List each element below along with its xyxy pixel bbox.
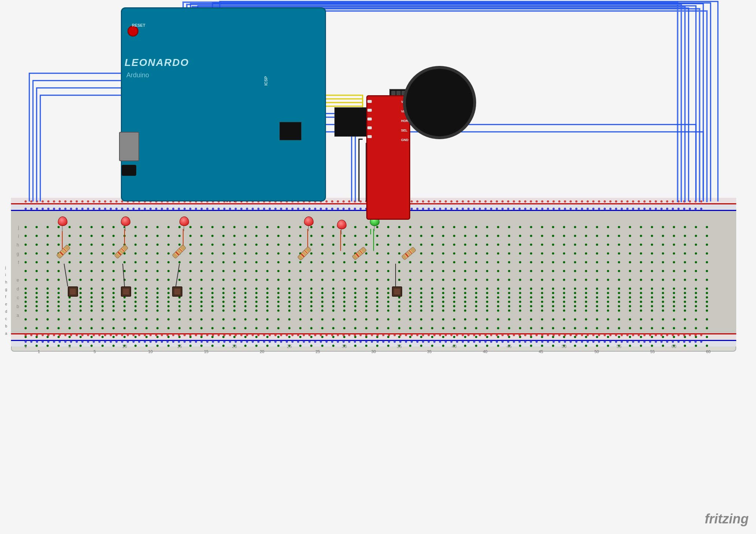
pushbutton-1[interactable]: [68, 286, 78, 297]
pushbutton-2[interactable]: [121, 286, 131, 297]
reset-text-label: RESET: [132, 23, 145, 27]
arduino-model-label: LEONARDO: [125, 57, 189, 68]
bb-letter-e: e: [5, 302, 7, 306]
bb-num-40: 40: [482, 349, 489, 354]
joystick-pin-vcc: [367, 100, 372, 103]
bb-num-60: 60: [705, 349, 712, 354]
joystick-pin-gnd: [367, 135, 372, 138]
bb-num-10: 10: [147, 349, 154, 354]
bb-num-15: 15: [203, 349, 210, 354]
bb-num-1: 1: [35, 349, 42, 354]
joystick-pcb: VCC VER HOR SEL GND: [366, 95, 410, 220]
bb-letter-c: c: [5, 317, 7, 321]
led-red-3: [179, 216, 188, 230]
joystick-pin-sel: [367, 126, 372, 129]
led-red-5: [337, 220, 346, 233]
pushbutton-3[interactable]: [172, 286, 182, 297]
joystick-pin-hor: [367, 118, 372, 120]
arduino-board: [121, 7, 326, 201]
joystick-body: [403, 66, 476, 139]
bb-letter-i: i: [5, 273, 7, 277]
arduino-power-jack: [122, 165, 136, 176]
bb-num-45: 45: [537, 349, 545, 354]
led-red-4: [304, 216, 313, 230]
led-red-2: [121, 216, 130, 230]
bb-num-5: 5: [91, 349, 98, 354]
joystick-pin-ver: [367, 109, 372, 112]
bb-num-35: 35: [426, 349, 433, 354]
arduino-brand-label: Arduino: [126, 71, 149, 79]
icsp-text-label: ICSP: [264, 76, 268, 86]
bb-num-55: 55: [649, 349, 656, 354]
bb-num-50: 50: [593, 349, 600, 354]
pushbutton-4[interactable]: [392, 286, 402, 297]
bb-letter-a: a: [5, 331, 7, 335]
main-canvas: j i h g f e d c b a 1 5 10 15 20 25 30 3…: [0, 0, 756, 534]
bb-letter-f: f: [5, 295, 7, 299]
arduino-small-chip: [279, 122, 301, 140]
joystick-gnd-label: GND: [401, 138, 408, 142]
breadboard-column-numbers: 1 5 10 15 20 25 30 35 40 45 50 55 60: [11, 348, 736, 355]
bb-letter-d: d: [5, 309, 7, 314]
breadboard-row-labels-left: j i h g f e d c b a: [5, 264, 7, 337]
bb-num-20: 20: [258, 349, 266, 354]
bb-num-30: 30: [370, 349, 377, 354]
fritzing-watermark: fritzing: [705, 511, 749, 527]
joystick-sel-label: SEL: [401, 129, 408, 132]
arduino-usb-connector: [119, 132, 139, 161]
bb-letter-b: b: [5, 324, 7, 328]
bb-letter-h: h: [5, 280, 7, 284]
bb-letter-g: g: [5, 288, 7, 292]
bb-num-25: 25: [314, 349, 322, 354]
bb-letter-j: j: [5, 266, 7, 270]
led-red-1: [58, 216, 67, 230]
